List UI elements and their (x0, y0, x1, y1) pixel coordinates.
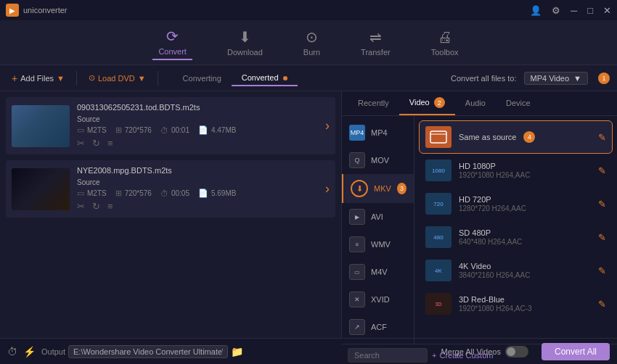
merge-toggle[interactable] (505, 346, 528, 357)
format-tab-device[interactable]: Device (496, 93, 541, 115)
cut-icon-2[interactable]: ✂ (77, 201, 85, 212)
file-item-2: NYE2008.mpg.BDTS.m2ts Source ▭ M2TS ⊞ 72… (6, 160, 335, 218)
format-acf[interactable]: ↗ ACF (342, 313, 414, 341)
format-wmv[interactable]: ≡ WMV (342, 231, 414, 258)
format-tab-audio[interactable]: Audio (455, 93, 496, 115)
file-actions-1: ✂ ↻ ≡ (77, 138, 318, 149)
format-tab-recently-label: Recently (358, 99, 389, 107)
convert-all-button[interactable]: Convert All (542, 343, 610, 360)
nav-item-download[interactable]: ⬇ Download (221, 25, 269, 59)
rotate-icon-1[interactable]: ↻ (92, 138, 100, 149)
tab-converting[interactable]: Converting (173, 71, 232, 86)
file-thumb-2 (12, 168, 70, 210)
3d-red-blue-label: 3D Red-Blue (459, 295, 591, 304)
tab-converted-dot (283, 76, 287, 80)
folder-icon[interactable]: 📁 (231, 346, 243, 357)
thumb-image-2 (12, 168, 70, 210)
sd480p-edit-icon[interactable]: ✎ (598, 232, 606, 243)
clock-bottom-icon[interactable]: ⏱ (7, 346, 17, 357)
clock-icon-1: ⏱ (160, 126, 168, 135)
file-duration-2: ⏱ 00:05 (160, 189, 189, 198)
download-icon: ⬇ (239, 28, 251, 46)
m4v-icon: ▭ (349, 264, 365, 280)
preset-hd720p[interactable]: 720 HD 720P 1280*720 H264,AAC ✎ (419, 187, 613, 220)
load-dvd-button[interactable]: ⊙ Load DVD ▼ (84, 71, 150, 85)
preset-hd1080p[interactable]: 1080 HD 1080P 1920*1080 H264,AAC ✎ (419, 154, 613, 187)
tab-converted[interactable]: Converted (232, 70, 298, 86)
wmv-label: WMV (371, 240, 391, 249)
format-tab-video-label: Video (409, 98, 430, 107)
nav-item-toolbox[interactable]: 🖨 Toolbox (425, 26, 465, 59)
file-resolution-2: ⊞ 720*576 (115, 189, 152, 198)
format-mkv[interactable]: ⬇ MKV 3 (342, 174, 414, 203)
3d-red-blue-edit-icon[interactable]: ✎ (598, 299, 606, 310)
3d-red-blue-info: 3D Red-Blue 1920*1080 H264,AC-3 (459, 295, 591, 313)
3d-red-blue-thumb: 3D (425, 293, 451, 315)
sd480p-label: SD 480P (459, 228, 591, 237)
nav-label-download: Download (227, 48, 263, 57)
hd720p-edit-icon[interactable]: ✎ (598, 199, 606, 210)
format-selector-chevron: ▼ (573, 74, 581, 83)
nav-label-toolbox: Toolbox (431, 48, 459, 57)
file-size-1: 📄 4.47MB (198, 125, 236, 135)
format-xvid[interactable]: ✕ XVID (342, 286, 414, 313)
format-mov[interactable]: Q MOV (342, 146, 414, 174)
preset-3d-red-blue[interactable]: 3D 3D Red-Blue 1920*1080 H264,AC-3 ✎ (419, 287, 613, 320)
top-nav: ⟳ Convert ⬇ Download ⊙ Burn ⇌ Transfer 🖨… (0, 20, 617, 65)
mkv-label: MKV (374, 184, 391, 193)
close-icon[interactable]: ✕ (603, 5, 611, 16)
format-tab-recently[interactable]: Recently (348, 93, 399, 115)
format-list: MP4 MP4 Q MOV ⬇ MKV 3 ▶ AVI ≡ (342, 116, 414, 344)
flash-icon[interactable]: ⚡ (23, 346, 36, 357)
settings-icon-2[interactable]: ≡ (107, 201, 113, 212)
arrow-right-1: › (325, 118, 330, 133)
settings-icon[interactable]: ⚙ (552, 5, 560, 16)
nav-item-transfer[interactable]: ⇌ Transfer (355, 25, 396, 59)
dvd-chevron: ▼ (138, 74, 146, 83)
preset-same-as-source[interactable]: Same as source 4 ✎ (419, 120, 613, 154)
bottom-left-icons: ⏱ ⚡ (7, 346, 36, 357)
title-bar: ▶ uniconverter 👤 ⚙ ─ □ ✕ (0, 0, 617, 20)
format-avi[interactable]: ▶ AVI (342, 203, 414, 231)
4kvideo-edit-icon[interactable]: ✎ (598, 265, 606, 276)
same-as-source-edit-icon[interactable]: ✎ (598, 132, 606, 143)
sd480p-info: SD 480P 640*480 H264,AAC (459, 228, 591, 246)
hd1080p-label: HD 1080P (459, 162, 591, 170)
acf-icon: ↗ (349, 319, 365, 335)
output-path-group: Output 📁 (41, 345, 436, 358)
convert-icon: ⟳ (166, 28, 179, 45)
acf-label: ACF (371, 323, 387, 331)
4kvideo-res: 3840*2160 H264,AAC (459, 271, 591, 279)
format-m4v[interactable]: ▭ M4V (342, 258, 414, 286)
output-label: Output (41, 347, 65, 356)
arrow-right-2: › (325, 181, 330, 197)
cut-icon-1[interactable]: ✂ (77, 138, 85, 149)
nav-item-convert[interactable]: ⟳ Convert (152, 25, 192, 60)
file-item-1: 090313062505231.tod.BDTS.m2ts Source ▭ M… (6, 97, 335, 154)
4kvideo-label: 4K Video (459, 262, 591, 270)
user-icon[interactable]: 👤 (530, 5, 542, 16)
format-tab-video[interactable]: Video 2 (399, 91, 455, 115)
format-selector[interactable]: MP4 Video ▼ (524, 72, 589, 85)
format-tab-video-badge: 2 (434, 97, 445, 108)
preset-4kvideo[interactable]: 4K 4K Video 3840*2160 H264,AAC ✎ (419, 254, 613, 287)
clock-icon-2: ⏱ (160, 189, 168, 198)
output-path-input[interactable] (68, 345, 228, 358)
app-logo: ▶ (6, 4, 19, 17)
format-mp4[interactable]: MP4 MP4 (342, 119, 414, 146)
preset-sd480p[interactable]: 480 SD 480P 640*480 H264,AAC ✎ (419, 220, 613, 254)
rotate-icon-2[interactable]: ↻ (92, 201, 100, 212)
4kvideo-thumb: 4K (425, 260, 451, 281)
wmv-icon: ≡ (349, 236, 365, 252)
merge-all-label: Merge All Videos (441, 347, 501, 356)
toolbar-divider (76, 71, 77, 86)
format-tab-device-label: Device (506, 99, 531, 107)
nav-item-burn[interactable]: ⊙ Burn (298, 25, 326, 59)
load-dvd-label: Load DVD (98, 74, 135, 83)
maximize-icon[interactable]: □ (587, 5, 593, 16)
hd1080p-edit-icon[interactable]: ✎ (598, 165, 606, 176)
minimize-icon[interactable]: ─ (571, 5, 577, 16)
thumb-image-1 (12, 105, 70, 147)
settings-icon-1[interactable]: ≡ (107, 138, 113, 149)
add-files-button[interactable]: + Add Files ▼ (7, 70, 69, 86)
